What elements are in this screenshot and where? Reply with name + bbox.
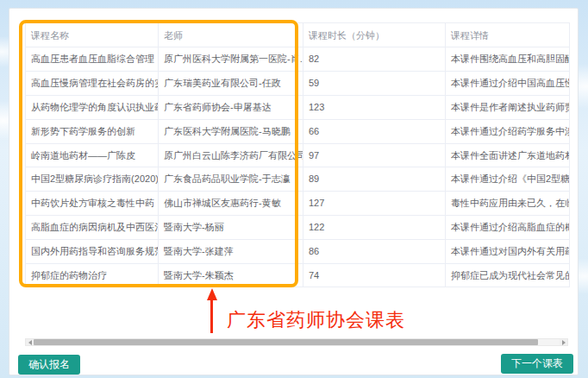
cell-teacher: 广东食品药品职业学院-于志瀛 [159, 167, 303, 192]
cell-course: 从药物伦理学的角度认识执业药师... [26, 96, 159, 120]
cell-course: 高血压患者血压血脂综合管理 [26, 47, 159, 72]
table-row[interactable]: 高血压慢病管理在社会药房的实践 广东瑞美药业有限公司-任政 59 本课件通过介绍… [26, 72, 570, 96]
column-header-detail: 课程详情 [446, 23, 570, 47]
cell-minutes: 122 [303, 216, 446, 240]
table-row[interactable]: 中药饮片处方审核之毒性中药 佛山市禅城区友惠药行-黄敏 127 毒性中药应用由来… [26, 192, 570, 216]
column-header-minutes: 课程时长（分钟） [303, 23, 446, 47]
horizontal-scrollbar[interactable] [25, 338, 568, 346]
cell-teacher: 原广州医科大学附属第一医院-肖... [159, 47, 303, 72]
table-row[interactable]: 高血压患者血压血脂综合管理 原广州医科大学附属第一医院-肖... 82 本课件围… [26, 47, 570, 72]
up-arrow-icon [206, 288, 217, 333]
next-timetable-button[interactable]: 下一个课表 [501, 354, 573, 374]
cell-course: 抑郁症的药物治疗 [26, 264, 159, 287]
cell-course: 中药饮片处方审核之毒性中药 [26, 192, 159, 216]
scroll-right-arrow-icon[interactable] [560, 339, 567, 345]
cell-teacher: 广东瑞美药业有限公司-任政 [159, 72, 303, 96]
page-background: { "colors": { "highlight_orange": "#ffab… [0, 0, 588, 378]
cell-detail: 本课件通过介绍高脂血症的概念、 [446, 216, 570, 240]
cell-teacher: 暨南大学-杨丽 [159, 216, 303, 240]
cell-course: 中国2型糖尿病诊疗指南(2020)用... [26, 167, 159, 192]
cell-minutes: 66 [303, 120, 446, 144]
cell-course: 新形势下药学服务的创新 [26, 120, 159, 144]
cell-detail: 本课件全面讲述广东道地药材广陈 [446, 144, 570, 168]
cell-detail: 本课件通过对国内外有关用药指导 [446, 240, 570, 264]
cell-detail: 本课件通过介绍药学服务中涉及的 [446, 120, 570, 144]
table-row[interactable]: 岭南道地药材——广陈皮 原广州白云山陈李济药厂有限公司... 97 本课件全面讲… [26, 144, 570, 168]
cell-minutes: 86 [303, 240, 446, 264]
table-header-row: 课程名称 老师 课程时长（分钟） 课程详情 [26, 23, 570, 47]
cell-course: 国内外用药指导和咨询服务规范和... [26, 240, 159, 264]
table-row[interactable]: 中国2型糖尿病诊疗指南(2020)用... 广东食品药品职业学院-于志瀛 89 … [26, 167, 570, 192]
cell-minutes: 97 [303, 144, 446, 168]
table-row[interactable]: 抑郁症的药物治疗 暨南大学-朱颖杰 74 抑郁症已成为现代社会常见的精神 [26, 264, 570, 287]
annotation-caption: 广东省药师协会课表 [227, 307, 405, 333]
table-row[interactable]: 新形势下药学服务的创新 广东医科大学附属医院-马晓鹏 66 本课件通过介绍药学服… [26, 120, 570, 144]
cell-minutes: 59 [303, 72, 446, 96]
cell-teacher: 暨南大学-朱颖杰 [159, 264, 303, 287]
cell-teacher: 广东医科大学附属医院-马晓鹏 [159, 120, 303, 144]
cell-detail: 本课件围绕高血压和高胆固醇血症 [446, 47, 570, 72]
cell-course: 高脂血症的病因病机及中西医治疗 [26, 216, 159, 240]
table-row[interactable]: 从药物伦理学的角度认识执业药师... 广东省药师协会-申屠基达 123 本课件是… [26, 96, 570, 120]
cell-minutes: 127 [303, 192, 446, 216]
table-row[interactable]: 国内外用药指导和咨询服务规范和... 暨南大学-张建萍 86 本课件通过对国内外… [26, 240, 570, 264]
cell-minutes: 89 [303, 167, 446, 192]
cell-teacher: 佛山市禅城区友惠药行-黄敏 [159, 192, 303, 216]
table-row[interactable]: 高脂血症的病因病机及中西医治疗 暨南大学-杨丽 122 本课件通过介绍高脂血症的… [26, 216, 570, 240]
cell-detail: 本课件通过介绍《中国2型糖尿病 [446, 167, 570, 192]
scrollbar-thumb[interactable] [34, 339, 538, 345]
column-header-teacher: 老师 [159, 23, 303, 47]
cell-minutes: 123 [303, 96, 446, 120]
cell-detail: 抑郁症已成为现代社会常见的精神 [446, 264, 570, 287]
cell-course: 高血压慢病管理在社会药房的实践 [26, 72, 159, 96]
cell-minutes: 74 [303, 264, 446, 287]
cell-teacher: 暨南大学-张建萍 [159, 240, 303, 264]
course-table[interactable]: 课程名称 老师 课程时长（分钟） 课程详情 高血压患者血压血脂综合管理 原广州医… [25, 22, 570, 287]
cell-teacher: 广东省药师协会-申屠基达 [159, 96, 303, 120]
cell-teacher: 原广州白云山陈李济药厂有限公司... [159, 144, 303, 168]
confirm-registration-button[interactable]: 确认报名 [18, 355, 80, 375]
column-header-course: 课程名称 [26, 23, 159, 47]
cell-course: 岭南道地药材——广陈皮 [26, 144, 159, 168]
cell-detail: 毒性中药应用由来已久，在临床使 [446, 192, 570, 216]
cell-minutes: 82 [303, 47, 446, 72]
cell-detail: 本课件通过介绍中国高血压慢病患 [446, 72, 570, 96]
cell-detail: 本课件是作者阐述执业药师责任和 [446, 96, 570, 120]
scroll-left-arrow-icon[interactable] [26, 339, 34, 345]
course-dialog-panel: 课程名称 老师 课程时长（分钟） 课程详情 高血压患者血压血脂综合管理 原广州医… [9, 8, 579, 375]
